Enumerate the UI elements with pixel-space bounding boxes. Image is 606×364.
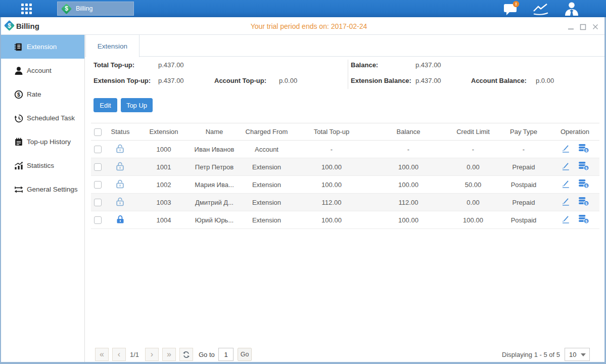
sidebar-item-label: Top-up History xyxy=(27,138,71,146)
table-row-1001: 1001Петр ПетровExtension100.00100.000.00… xyxy=(91,158,599,176)
app-tab-label: Billing xyxy=(76,5,92,12)
account-topup-field: Account Top-up:p.0.00 xyxy=(214,77,297,84)
rate-icon: $ xyxy=(14,90,23,99)
top-up-icon[interactable]: $ xyxy=(578,179,589,190)
cell-charged_from: Extension xyxy=(238,194,296,211)
column-header-total-top-up: Total Top-up xyxy=(296,123,367,141)
page-indicator: 1/1 xyxy=(126,351,143,358)
app-tab-billing[interactable]: $ Billing xyxy=(57,2,134,16)
extension-topup-value: p.437.00 xyxy=(158,77,184,84)
cell-total_topup: 100.00 xyxy=(296,211,367,229)
row-checkbox[interactable] xyxy=(94,163,102,171)
cell-extension: 1003 xyxy=(136,194,191,211)
row-checkbox[interactable] xyxy=(94,216,102,224)
next-page-button[interactable]: › xyxy=(145,348,159,361)
cell-total_topup: 100.00 xyxy=(296,158,367,176)
goto-page-input[interactable] xyxy=(218,348,234,361)
cell-name: Иван Иванов xyxy=(191,141,238,158)
dropdown-arrow-icon xyxy=(581,353,586,356)
select-all-checkbox[interactable] xyxy=(94,128,102,136)
column-header-balance: Balance xyxy=(367,123,449,141)
sidebar-item-label: Account xyxy=(27,67,52,74)
scheduled-task-icon xyxy=(14,114,23,123)
sidebar-item-extension[interactable]: Extension xyxy=(1,35,84,59)
account-topup-value: p.0.00 xyxy=(279,77,297,84)
cell-charged_from: Account xyxy=(238,141,296,158)
account-balance-label: Account Balance: xyxy=(471,77,536,84)
row-checkbox[interactable] xyxy=(94,181,102,189)
cell-name: Мария Ива... xyxy=(191,176,238,194)
page-size-select[interactable]: 10 xyxy=(565,348,590,361)
column-header-operation: Operation xyxy=(550,123,599,141)
edit-icon[interactable] xyxy=(561,179,570,190)
cell-name: Юрий Юрь... xyxy=(191,211,238,229)
table-row-1004: 1004Юрий Юрь...Extension100.00100.00100.… xyxy=(91,211,599,229)
refresh-button[interactable] xyxy=(179,348,193,361)
notifications-icon[interactable]: ! xyxy=(502,1,520,18)
maximize-button[interactable] xyxy=(580,23,586,32)
sidebar-item-label: Extension xyxy=(27,43,57,51)
top-up-icon[interactable]: $ xyxy=(578,161,589,172)
apps-grid-icon[interactable] xyxy=(21,4,32,14)
first-page-button[interactable]: « xyxy=(95,348,109,361)
cell-credit_limit: 0.00 xyxy=(449,194,497,211)
svg-text:$: $ xyxy=(17,91,20,97)
edit-icon[interactable] xyxy=(561,197,570,208)
extension-table: StatusExtensionNameCharged FromTotal Top… xyxy=(91,123,599,229)
column-header-extension: Extension xyxy=(136,123,191,141)
cell-credit_limit: 100.00 xyxy=(449,211,497,229)
balance-field: Balance:p.437.00 xyxy=(351,61,441,69)
top-up-button[interactable]: Top Up xyxy=(121,98,153,112)
extension-topup-field: Extension Top-up:p.437.00 xyxy=(94,77,184,84)
edit-icon[interactable] xyxy=(561,144,570,155)
prev-page-button[interactable]: ‹ xyxy=(112,348,126,361)
top-up-icon[interactable]: $ xyxy=(578,214,589,225)
window-controls xyxy=(568,23,599,32)
row-checkbox[interactable] xyxy=(94,199,102,206)
cell-extension: 1000 xyxy=(136,141,191,158)
sidebar-item-rate[interactable]: $Rate xyxy=(1,82,84,106)
column-header-charged-from: Charged From xyxy=(238,123,296,141)
minimize-button[interactable] xyxy=(568,23,574,32)
last-page-button[interactable]: » xyxy=(162,348,176,361)
edit-icon[interactable] xyxy=(561,162,570,172)
extension-balance-value: p.437.00 xyxy=(415,77,441,84)
edit-button[interactable]: Edit xyxy=(94,98,117,112)
unlocked-icon xyxy=(116,197,124,208)
sidebar-item-account[interactable]: Account xyxy=(1,59,84,82)
tab-extension[interactable]: Extension xyxy=(85,35,139,57)
trial-notice: Your trial period ends on: 2017-02-24 xyxy=(12,22,606,30)
top-up-icon[interactable]: $ xyxy=(578,197,589,208)
cell-pay_type: Prepaid xyxy=(497,194,550,211)
unlocked-icon xyxy=(116,179,124,190)
go-button[interactable]: Go xyxy=(238,348,252,361)
svg-text:!: ! xyxy=(515,1,517,7)
window-bottom-border xyxy=(0,362,606,364)
sidebar-nav: ExtensionAccount$RateScheduled TaskTop-u… xyxy=(1,35,84,201)
sidebar-item-scheduled-task[interactable]: Scheduled Task xyxy=(1,106,84,130)
cell-balance: 100.00 xyxy=(367,158,449,176)
cell-pay_type: Prepaid xyxy=(497,158,550,176)
row-checkbox[interactable] xyxy=(94,146,102,153)
cell-credit_limit: - xyxy=(449,141,497,158)
user-icon[interactable] xyxy=(563,2,580,18)
sidebar-item-statistics[interactable]: Statistics xyxy=(1,154,84,177)
edit-icon[interactable] xyxy=(561,215,570,225)
top-up-icon[interactable]: $ xyxy=(578,144,589,155)
statistics-chart-icon[interactable] xyxy=(532,3,549,17)
total-topup-field: Total Top-up:p.437.00 xyxy=(94,61,184,69)
sidebar-item-top-up-history[interactable]: Top-up History xyxy=(1,130,84,154)
table-row-1003: 1003Дмитрий Д...Extension112.00112.000.0… xyxy=(91,194,599,211)
cell-balance: 112.00 xyxy=(367,194,449,211)
unlocked-icon xyxy=(116,162,124,172)
close-button[interactable] xyxy=(592,23,599,32)
table-row-1002: 1002Мария Ива...Extension100.00100.0050.… xyxy=(91,176,599,194)
sidebar-item-general-settings[interactable]: General Settings xyxy=(1,177,84,201)
cell-charged_from: Extension xyxy=(238,158,296,176)
cell-credit_limit: 50.00 xyxy=(449,176,497,194)
sidebar: ExtensionAccount$RateScheduled TaskTop-u… xyxy=(1,35,85,362)
balance-value: p.437.00 xyxy=(415,61,441,69)
unlocked-icon xyxy=(116,144,124,155)
account-balance-value: p.0.00 xyxy=(536,77,554,84)
extension-balance-field: Extension Balance:p.437.00 xyxy=(351,77,441,84)
